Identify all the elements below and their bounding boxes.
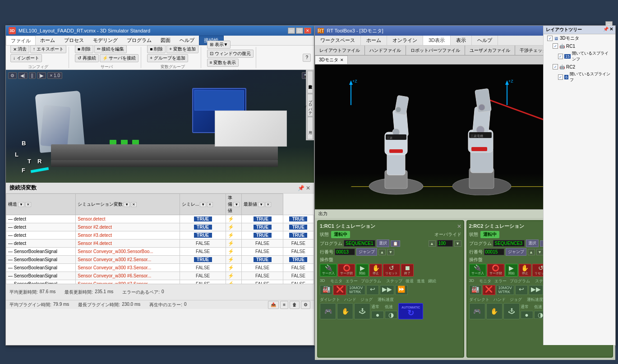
- rc2-line-dn[interactable]: ▼: [536, 249, 544, 255]
- file-tab-user-mecha[interactable]: ユーザメカファイル: [465, 46, 515, 55]
- rc1-continue-btn[interactable]: ⏩: [395, 285, 408, 295]
- rc2-program-input[interactable]: [493, 240, 525, 247]
- connect-server-button[interactable]: ⚡ サーバを接続: [100, 54, 139, 62]
- right-tab-help[interactable]: ヘルプ: [472, 36, 498, 45]
- rc1-direct-btn[interactable]: 🎮: [320, 303, 336, 319]
- rc1-jump-btn[interactable]: ジャンプ: [356, 248, 377, 256]
- viewport-settings-btn[interactable]: ⚙: [8, 72, 17, 79]
- settings-status-btn[interactable]: ⚙: [301, 301, 310, 309]
- rc1-speed-slow[interactable]: ◑: [385, 311, 397, 319]
- tree-item-rc1[interactable]: ✓ 🤖 RC1: [549, 42, 615, 50]
- rc1-line-up[interactable]: ▲: [378, 249, 386, 255]
- col-header-structure[interactable]: 構造 ▼ ✕: [6, 194, 76, 215]
- tree-item-spline1[interactable]: ✓ 15 開いているスプラインフ: [554, 50, 615, 63]
- rc1-end[interactable]: ⏹ 終了: [401, 264, 414, 276]
- file-tab-robot-parts[interactable]: ロボットパーツファイル: [406, 46, 465, 55]
- rc2-error-btn[interactable]: ❌: [483, 285, 495, 295]
- check-rc1[interactable]: ✓: [553, 43, 558, 49]
- layout-tree-close[interactable]: ✕: [609, 27, 613, 33]
- rc1-error-btn[interactable]: ❌: [333, 285, 346, 295]
- rc2-jump-btn[interactable]: ジャンプ: [506, 248, 526, 256]
- rc2-select-btn[interactable]: 選択: [526, 240, 539, 247]
- side-btn-1[interactable]: 接続変数設定: [307, 71, 313, 93]
- delete-server-button[interactable]: ■ 削除: [75, 45, 93, 53]
- right-tab-online[interactable]: オンライン: [387, 36, 423, 45]
- list-status-btn[interactable]: ≡: [280, 301, 288, 309]
- rc1-stop[interactable]: ✋ 停止: [369, 264, 382, 276]
- viewport-speed-btn[interactable]: × 1.0: [47, 72, 62, 79]
- export-button[interactable]: ↑ エキスポート: [30, 45, 66, 53]
- check-3dmonitor[interactable]: ✓: [547, 36, 553, 41]
- viewport-forward-btn[interactable]: |▶: [37, 72, 46, 79]
- import-button[interactable]: ↓ インポート: [10, 54, 42, 62]
- col-header-prep[interactable]: 準備値 ▼: [226, 194, 242, 215]
- col-header-simval[interactable]: シミレ... ▼ ✕: [180, 194, 226, 215]
- menu-tab-drawing[interactable]: 図面: [156, 36, 175, 45]
- close-button[interactable]: ✕: [304, 28, 311, 34]
- rc1-speed-up[interactable]: ▲: [429, 240, 436, 247]
- rc2-servo-in[interactable]: 🔌 サーボ入: [469, 264, 486, 276]
- file-tab-layout[interactable]: レイアウトファイル: [315, 46, 365, 55]
- rc1-speed-dn[interactable]: ▼: [454, 240, 461, 247]
- add-group-button[interactable]: + グループを追加: [147, 54, 188, 62]
- restore-window-button[interactable]: ⊡ ウィンドウの復元: [207, 50, 254, 58]
- check-spline2[interactable]: ✓: [558, 74, 563, 80]
- rc2-stop[interactable]: ✋ 停止: [519, 264, 531, 276]
- delete-status-btn[interactable]: 🗑: [290, 301, 300, 309]
- rc1-line-dn[interactable]: ▼: [387, 249, 394, 255]
- reconnect-button[interactable]: ↺ 再接続: [75, 54, 99, 62]
- right-tab-workspace[interactable]: ワークスペース: [315, 36, 361, 45]
- menu-tab-program[interactable]: プログラム: [122, 36, 156, 45]
- rc2-line-up[interactable]: ▲: [528, 249, 535, 255]
- check-spline1[interactable]: ✓: [558, 54, 563, 59]
- help-button[interactable]: ?: [303, 54, 311, 62]
- rc2-open[interactable]: ▶ 開始: [505, 264, 518, 276]
- col-header-simvar[interactable]: シミュレーション変数 ▼ ✕: [76, 194, 180, 215]
- rc2-direct-btn[interactable]: 🎮: [469, 303, 485, 319]
- menu-tab-process[interactable]: プロセス: [60, 36, 88, 45]
- menu-tab-file[interactable]: ファイル: [6, 36, 36, 45]
- show-variables-button[interactable]: ≡ 変数を表示: [207, 59, 239, 67]
- rc2-servo-out[interactable]: ⭕ サーボ切: [487, 264, 504, 276]
- rc1-hand-btn[interactable]: ✋: [337, 303, 353, 319]
- rc2-speed-normal[interactable]: ●: [521, 311, 533, 319]
- view-button[interactable]: ⊞ 表示▼: [207, 41, 231, 49]
- menu-tab-modeling[interactable]: モデリング: [88, 36, 122, 45]
- rc1-3d-btn[interactable]: 🏭: [320, 285, 332, 295]
- edit-connection-button[interactable]: ✏ 接続を編集: [94, 45, 127, 53]
- right-tab-view[interactable]: 表示: [451, 36, 472, 45]
- col-header-latest[interactable]: 最新値 ▼ ✕: [242, 194, 283, 215]
- check-rc2[interactable]: ✓: [553, 64, 558, 69]
- tree-item-3dmonitor[interactable]: ✓ 🖥 3Dモニタ: [544, 34, 615, 42]
- rc1-jog-btn[interactable]: 🕹: [354, 303, 370, 319]
- tree-item-rc2[interactable]: ✓ 🤖 RC2: [549, 63, 615, 70]
- rc2-jog-btn[interactable]: 🕹: [503, 303, 520, 319]
- rc1-auto-btn[interactable]: AUTOMATIC ↻: [398, 303, 423, 319]
- rc1-reset[interactable]: ↺ リセット: [383, 264, 400, 276]
- rc1-speed-normal[interactable]: ●: [371, 311, 384, 319]
- rc1-prog-copy-btn[interactable]: 📋: [391, 240, 400, 247]
- rc1-program-monitor[interactable]: 10MOVWTRK: [347, 285, 365, 295]
- side-btn-3[interactable]: 用: [307, 117, 313, 139]
- rc2-forward-btn[interactable]: ▶▶: [529, 285, 543, 295]
- rc1-servo-out[interactable]: ⭕ サーボ切: [338, 264, 355, 276]
- delete-var-button[interactable]: ■ 削除: [147, 45, 166, 53]
- right-tab-3d[interactable]: 3D表示: [423, 36, 451, 45]
- rc1-open[interactable]: ▶ 開始: [356, 264, 369, 276]
- layout-tree-pin[interactable]: 📌: [603, 27, 609, 33]
- maximize-button[interactable]: □: [296, 28, 303, 34]
- rc1-line-input[interactable]: [335, 249, 355, 255]
- rc2-step-btn[interactable]: ↩: [515, 285, 528, 295]
- add-variable-button[interactable]: + 変数を追加: [166, 45, 198, 53]
- side-btn-2[interactable]: プロパティ: [307, 94, 313, 116]
- file-tab-hand[interactable]: ハンドファイル: [365, 46, 406, 55]
- rc2-line-input[interactable]: [484, 249, 504, 255]
- rc1-program-input[interactable]: [344, 240, 375, 247]
- minimize-button[interactable]: ─: [288, 28, 295, 34]
- close-panel-button[interactable]: ✕: [306, 185, 310, 191]
- rc1-speed[interactable]: [437, 240, 453, 247]
- rc1-forward-btn[interactable]: ▶▶: [380, 285, 394, 295]
- rc1-servo-in[interactable]: 🔌 サーボ入: [320, 264, 337, 276]
- export-status-btn[interactable]: 📤: [268, 301, 279, 309]
- clear-button[interactable]: ✕ 消去: [10, 45, 29, 53]
